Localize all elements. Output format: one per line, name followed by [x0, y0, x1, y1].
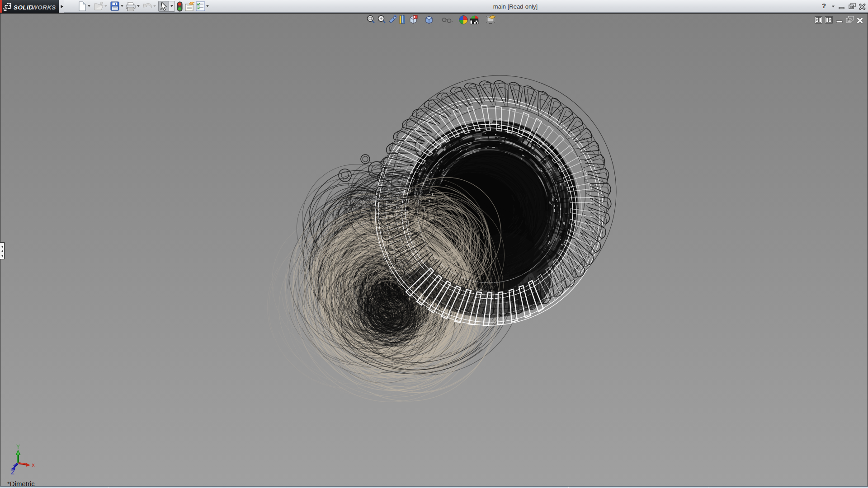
- svg-text:WORKS: WORKS: [32, 4, 56, 11]
- svg-text:SOLID: SOLID: [14, 4, 33, 11]
